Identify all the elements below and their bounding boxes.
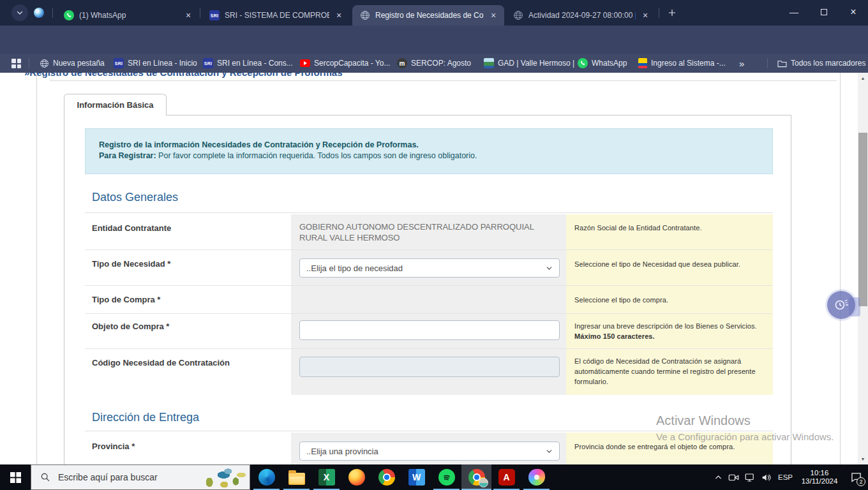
gad-logo-icon [484,58,494,68]
tab-search-button[interactable] [11,4,28,21]
taskbar-firefox[interactable] [341,464,371,490]
all-bookmarks-button[interactable]: Todos los marcadores [777,54,865,73]
search-placeholder: Escribe aquí para buscar [58,472,158,482]
taskbar-word[interactable]: W [401,464,431,490]
moodle-icon: m [397,58,407,68]
meet-now-icon[interactable] [728,473,739,482]
paint-3d-icon [528,469,545,486]
bookmark-ingreso-sistema[interactable]: Ingreso al Sistema -... [638,54,726,73]
form-panel: Registro de la información Necesidades d… [64,115,791,464]
bookmark-gad-valle-hermoso[interactable]: GAD | Valle Hermoso | [484,54,574,73]
clock-time: 10:16 [811,469,829,477]
form-row-objeto-compra: Objeto de Compra * Ingresar una breve de… [85,313,773,348]
help-bold: Máximo 150 caracteres. [574,332,655,340]
network-icon[interactable] [745,473,756,482]
tab-actividad[interactable]: Actividad 2024-09-27 08:00:00 | × [505,5,656,26]
scroll-up-arrow[interactable]: ▲ [858,73,868,84]
tab-registro-active[interactable]: Registro de Necesidades de Cor × [352,5,504,26]
scroll-down-arrow[interactable]: ▼ [858,454,868,464]
taskbar-spotify[interactable] [431,464,461,490]
globe-icon [360,10,370,20]
bookmark-label: SERCOP: Agosto [411,59,471,68]
tab-title: (1) WhatsApp [79,11,179,20]
taskbar-edge[interactable] [251,464,281,490]
close-tab-icon[interactable]: × [488,10,499,21]
window-close-button[interactable]: × [842,0,864,24]
tipo-compra-label: Tipo de Compra * [85,286,291,304]
apps-grid-icon[interactable] [11,59,21,68]
excel-icon: X [318,469,335,486]
file-explorer-icon [288,473,305,485]
bookmark-sercopcapacita[interactable]: SercopCapacita - Yo... [300,54,390,73]
new-tab-button[interactable] [665,6,679,20]
search-icon [40,472,50,482]
edge-icon [258,469,275,486]
floating-timer-widget[interactable] [827,291,855,319]
spotify-icon [438,469,455,486]
taskbar-acrobat[interactable]: A [491,464,521,490]
bookmark-whatsapp[interactable]: WhatsApp [578,54,627,73]
objeto-compra-input[interactable] [299,320,560,340]
bookmarks-bar: Nueva pestaña SRI SRI en Línea - Inicio … [0,54,868,73]
objeto-compra-label: Objeto de Compra * [85,314,291,331]
provincia-select[interactable]: ..Elija una provincia [299,442,560,461]
tab-sri[interactable]: SRI SRI - SISTEMA DE COMPROBAN × [202,5,350,26]
clock-date: 13/11/2024 [802,477,838,485]
chrome-icon [378,469,395,486]
start-button[interactable] [0,464,31,490]
tab-informacion-basica[interactable]: Información Básica [64,94,167,115]
bookmarks-overflow-button[interactable]: » [739,54,744,73]
close-tab-icon[interactable]: × [333,10,345,21]
taskbar-chrome-profile-active[interactable] [461,464,491,490]
close-tab-icon[interactable]: × [183,10,194,21]
codigo-label: Código Necesidad de Contratación [85,349,291,368]
acrobat-icon: A [498,469,515,486]
entidad-value: GOBIERNO AUTONOMO DESCENTRALIZADO PARROQ… [291,214,559,243]
tipo-compra-help: Seleccione el tipo de compra. [566,286,773,305]
tab-separator [200,8,200,18]
bookmark-sri-consultas[interactable]: SRI SRI en Línea - Cons... [203,54,293,73]
bookmark-sercop-agosto[interactable]: m SERCOP: Agosto [397,54,471,73]
window-maximize-button[interactable] [813,0,835,24]
form-row-tipo-necesidad: Tipo de Necesidad * ..Elija el tipo de n… [85,249,773,285]
folder-icon [777,59,787,68]
codigo-input-disabled [299,357,560,377]
youtube-icon [300,59,310,67]
scrollbar-thumb[interactable] [858,133,867,306]
bookmark-label: WhatsApp [592,59,627,68]
tipo-necesidad-select[interactable]: ..Elija el tipo de necesidad [299,258,560,278]
taskbar-chrome[interactable] [371,464,401,490]
clock-wings-icon [834,297,849,313]
notification-badge: 2 [857,477,865,486]
tab-whatsapp[interactable]: (1) WhatsApp × [56,5,199,26]
word-icon: W [408,469,425,486]
bookmarks-separator [29,58,29,68]
form-row-tipo-compra: Tipo de Compra * Seleccione el tipo de c… [85,285,773,313]
chevron-up-icon [714,473,722,482]
bookmark-label: SRI en Línea - Inicio [128,59,197,68]
taskbar-clock[interactable]: 10:16 13/11/2024 [798,469,841,486]
whatsapp-icon [64,10,74,20]
language-indicator[interactable]: ESP [778,473,793,481]
volume-icon[interactable] [761,473,772,482]
action-center-button[interactable]: 2 [846,469,865,486]
close-tab-icon[interactable]: × [640,10,651,21]
vertical-scrollbar[interactable]: ▲ ▼ [858,73,868,464]
browser-tab-strip: (1) WhatsApp × SRI SRI - SISTEMA DE COMP… [0,0,868,26]
direccion-entrega-table: Provincia * ..Elija una provincia Provin… [85,433,773,464]
window-minimize-button[interactable]: — [783,0,805,24]
taskbar-file-explorer[interactable] [281,464,311,490]
divider [85,431,773,431]
container-right-border [840,73,841,464]
tab-separator [52,8,53,18]
bookmark-sri-inicio[interactable]: SRI SRI en Línea - Inicio [114,54,197,73]
tab-title: Actividad 2024-09-27 08:00:00 | [528,11,636,20]
taskbar-excel[interactable]: X [311,464,341,490]
taskbar-search[interactable]: Escribe aquí para buscar [31,464,250,490]
tray-expand-button[interactable] [714,473,722,482]
bookmark-label: GAD | Valle Hermoso | [498,59,574,68]
taskbar-paint-3d[interactable] [521,464,551,490]
notice-bold: Registro de la información [99,140,200,149]
browser-toolbar: compraspublicas.gob.ec/ProcesoContrataci… [0,26,868,54]
bookmark-nueva-pestana[interactable]: Nueva pestaña [40,54,105,73]
